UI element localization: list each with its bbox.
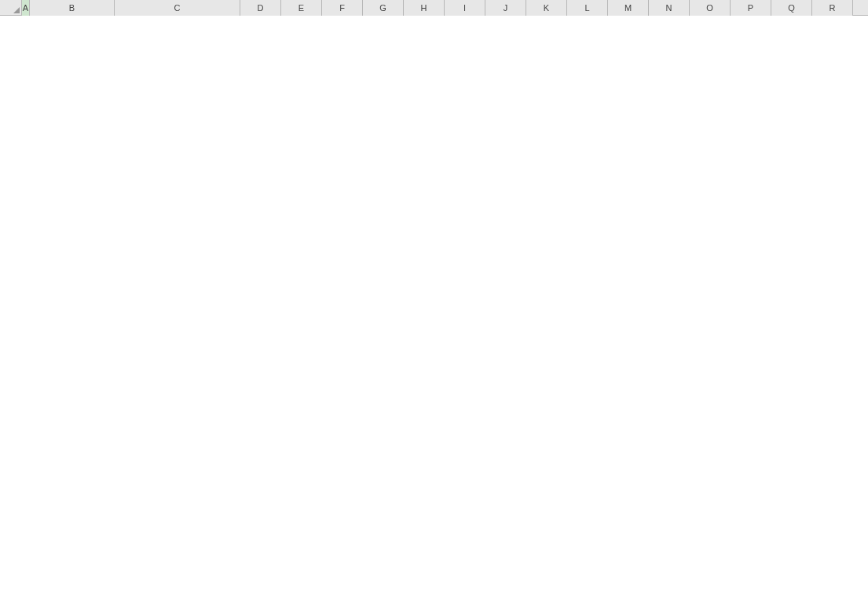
column-header[interactable]: M [608,0,649,16]
column-header[interactable]: D [240,0,281,16]
column-header[interactable]: J [485,0,526,16]
column-header[interactable]: H [404,0,445,16]
column-header[interactable]: R [812,0,853,16]
column-header[interactable]: K [526,0,567,16]
spreadsheet: ABCDEFGHIJKLMNOPQR 123456789101112131415… [0,0,868,16]
column-header[interactable]: F [322,0,363,16]
column-header[interactable]: N [649,0,690,16]
select-all-corner[interactable] [0,0,22,16]
column-header-row: ABCDEFGHIJKLMNOPQR [0,0,868,16]
column-header[interactable]: O [690,0,731,16]
column-header[interactable]: G [363,0,404,16]
column-header[interactable]: C [115,0,240,16]
column-header[interactable]: B [30,0,115,16]
column-header[interactable]: L [567,0,608,16]
column-header[interactable]: I [445,0,485,16]
column-header[interactable]: E [281,0,322,16]
column-header[interactable]: Q [771,0,812,16]
column-header[interactable]: P [731,0,771,16]
column-header[interactable]: A [22,0,30,16]
